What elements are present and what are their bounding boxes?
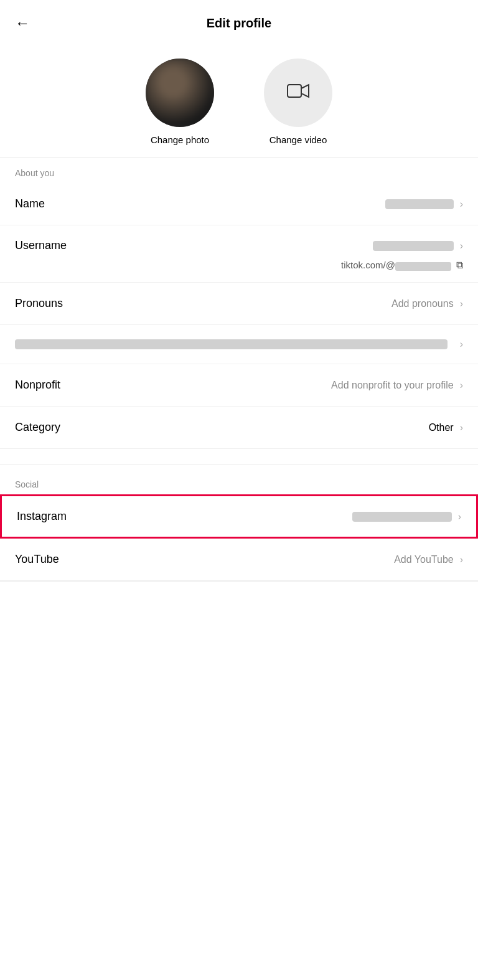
username-label: Username (15, 239, 67, 252)
change-photo-label: Change photo (151, 134, 209, 145)
page-title: Edit profile (207, 16, 271, 31)
name-blurred-value (385, 199, 454, 209)
bio-blurred-value (15, 339, 448, 349)
instagram-value: › (352, 511, 461, 522)
back-button[interactable]: ← (15, 14, 30, 32)
svg-marker-1 (301, 85, 309, 97)
category-value: Other › (429, 422, 463, 433)
header: ← Edit profile (0, 0, 478, 40)
bio-chevron-icon: › (460, 339, 463, 350)
social-section-label: Social (0, 469, 478, 494)
nonprofit-row[interactable]: Nonprofit Add nonprofit to your profile … (0, 364, 478, 407)
category-row[interactable]: Category Other › (0, 407, 478, 449)
username-chevron-icon: › (460, 240, 463, 252)
category-chevron-icon: › (460, 422, 463, 433)
pronouns-value: Add pronouns › (391, 298, 463, 309)
video-avatar (264, 59, 332, 127)
tiktok-url-blurred (395, 262, 451, 271)
tiktok-url-row[interactable]: tiktok.com/@ ⧉ (0, 257, 478, 282)
nonprofit-label: Nonprofit (15, 379, 60, 392)
name-chevron-icon: › (460, 199, 463, 210)
username-value: › (373, 240, 463, 252)
username-row[interactable]: Username › (0, 225, 478, 257)
svg-rect-0 (288, 85, 301, 97)
avatar (146, 59, 214, 127)
name-value: › (385, 199, 463, 210)
username-block: Username › tiktok.com/@ ⧉ (0, 225, 478, 283)
name-row[interactable]: Name › (0, 183, 478, 225)
instagram-row[interactable]: Instagram › (0, 494, 478, 539)
bio-row[interactable]: › (0, 325, 478, 364)
youtube-value: Add YouTube › (394, 554, 463, 565)
nonprofit-chevron-icon: › (460, 380, 463, 391)
about-you-section-label: About you (0, 158, 478, 183)
youtube-row[interactable]: YouTube Add YouTube › (0, 539, 478, 581)
video-camera-icon (287, 82, 309, 105)
name-label: Name (15, 197, 45, 210)
social-section: Social Instagram › YouTube Add YouTube › (0, 469, 478, 582)
pronouns-row[interactable]: Pronouns Add pronouns › (0, 283, 478, 325)
pronouns-label: Pronouns (15, 297, 63, 310)
pronouns-chevron-icon: › (460, 298, 463, 309)
instagram-chevron-icon: › (458, 511, 461, 522)
change-video-button[interactable]: Change video (264, 59, 332, 145)
tiktok-url-prefix: tiktok.com/@ (341, 260, 451, 270)
instagram-blurred-value (352, 512, 452, 522)
instagram-label: Instagram (17, 510, 67, 523)
change-video-label: Change video (269, 134, 327, 145)
change-photo-button[interactable]: Change photo (146, 59, 214, 145)
category-label: Category (15, 421, 60, 434)
media-section: Change photo Change video (0, 40, 478, 158)
youtube-label: YouTube (15, 553, 59, 566)
youtube-chevron-icon: › (460, 554, 463, 565)
username-blurred-value (373, 241, 454, 251)
copy-icon[interactable]: ⧉ (456, 260, 463, 271)
nonprofit-value: Add nonprofit to your profile › (331, 380, 463, 391)
